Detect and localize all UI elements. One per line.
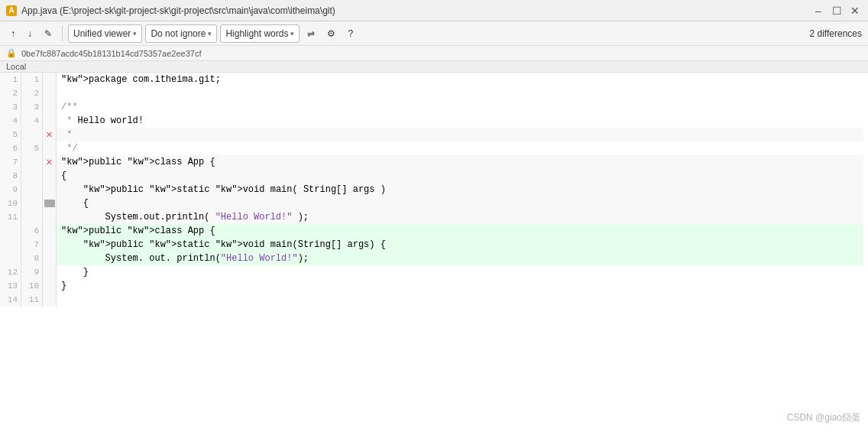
window-title: App.java (E:\project-sk\git-project-sk\g… [21,5,811,16]
diff-container: 11"kw">package com.itheima.git;2233/**44… [0,73,868,432]
line-num-new: 8 [21,252,43,265]
line-content: } [57,279,863,293]
line-num-old: 2 [0,86,21,100]
line-marker [43,252,57,265]
line-num-old: 13 [0,279,21,293]
table-row: 6"kw">public "kw">class App { [0,224,863,238]
line-num-new [21,197,43,210]
table-row: 22 [0,86,863,100]
line-num-old: 3 [0,100,21,114]
table-row: 8 System. out. println("Hello World!"); [0,252,863,265]
chevron-down-icon-2: ▾ [208,30,212,37]
do-not-ignore-label: Do not ignore [151,28,206,39]
table-row: 7 "kw">public "kw">static "kw">void main… [0,238,863,252]
line-content: */ [57,141,863,155]
line-marker [43,210,57,224]
line-num-new: 1 [21,73,43,86]
line-num-old: 7 [0,155,21,169]
prev-diff-button[interactable]: ↑ [6,26,20,41]
settings-button[interactable]: ⚙ [322,26,340,41]
diff-count: 2 differences [810,28,863,39]
toolbar: ↑ ↓ ✎ Unified viewer ▾ Do not ignore ▾ H… [0,21,868,46]
line-num-new: 5 [21,141,43,155]
line-num-new: 11 [21,293,43,307]
help-button[interactable]: ? [343,26,358,41]
line-num-old: 1 [0,73,21,86]
right-change-bar [863,73,868,432]
line-content [57,86,863,100]
line-num-new [21,128,43,141]
highlight-words-dropdown[interactable]: Highlight words ▾ [220,24,300,43]
line-num-old [0,252,21,265]
adjust-button[interactable]: ⇌ [303,26,319,41]
minimize-button[interactable]: – [811,4,825,18]
line-marker [43,114,57,128]
highlight-words-label: Highlight words [225,28,288,39]
maximize-button[interactable]: ☐ [830,4,844,18]
next-diff-button[interactable]: ↓ [23,26,37,41]
table-row: 129 } [0,265,863,279]
table-row: 8{ [0,169,863,183]
chevron-down-icon-3: ▾ [290,30,294,37]
table-row: 44 * Hello world! [0,114,863,128]
line-marker: ✕ [43,155,57,169]
line-marker [43,238,57,252]
line-num-new: 2 [21,86,43,100]
edit-icon: ✎ [44,28,52,39]
line-content [57,293,863,307]
table-row: 9 "kw">public "kw">static "kw">void main… [0,183,863,197]
line-content: "kw">package com.itheima.git; [57,73,863,86]
edit-button[interactable]: ✎ [40,26,57,41]
table-row: 11"kw">package com.itheima.git; [0,73,863,86]
app-icon: A [6,5,17,16]
table-row: 10 { [0,197,863,210]
line-content: "kw">public "kw">static "kw">void main( … [57,183,863,197]
table-row: 11 System.out.println( "Hello World!" ); [0,210,863,224]
line-num-new [21,155,43,169]
commit-hash: 0be7fc887acdc45b18131b14cd75357ae2ee37cf [21,49,202,58]
line-num-old: 6 [0,141,21,155]
unified-viewer-label: Unified viewer [73,28,131,39]
commit-bar: 🔒 0be7fc887acdc45b18131b14cd75357ae2ee37… [0,46,868,61]
line-num-old: 11 [0,210,21,224]
line-num-new: 10 [21,279,43,293]
line-content: System.out.println( "Hello World!" ); [57,210,863,224]
up-arrow-icon: ↑ [11,28,15,39]
code-area: 11"kw">package com.itheima.git;2233/**44… [0,73,863,432]
line-num-new [21,183,43,197]
line-marker [43,141,57,155]
line-content: "kw">public "kw">class App { [57,155,863,169]
line-num-old: 14 [0,293,21,307]
line-content: { [57,197,863,210]
line-marker [43,86,57,100]
line-num-old: 8 [0,169,21,183]
unified-viewer-dropdown[interactable]: Unified viewer ▾ [68,24,142,43]
line-num-new [21,210,43,224]
close-button[interactable]: ✕ [848,4,862,18]
table-row: 65 */ [0,141,863,155]
local-text: Local [6,62,26,71]
line-num-old: 9 [0,183,21,197]
line-num-new: 9 [21,265,43,279]
local-label-bar: Local [0,61,868,73]
table-row: 7✕"kw">public "kw">class App { [0,155,863,169]
title-bar: A App.java (E:\project-sk\git-project-sk… [0,0,868,21]
line-marker [43,224,57,238]
line-content: * Hello world! [57,114,863,128]
chevron-down-icon: ▾ [133,30,137,37]
line-marker [43,293,57,307]
line-marker [43,183,57,197]
line-marker: ✕ [43,128,57,141]
line-content: { [57,169,863,183]
line-marker [43,100,57,114]
line-content: /** [57,100,863,114]
do-not-ignore-dropdown[interactable]: Do not ignore ▾ [145,24,217,43]
line-marker [43,279,57,293]
table-row: 33/** [0,100,863,114]
line-marker [43,197,57,210]
line-num-new [21,169,43,183]
adjust-icon: ⇌ [307,28,315,39]
line-num-old: 4 [0,114,21,128]
line-num-new: 7 [21,238,43,252]
line-num-old: 10 [0,197,21,210]
